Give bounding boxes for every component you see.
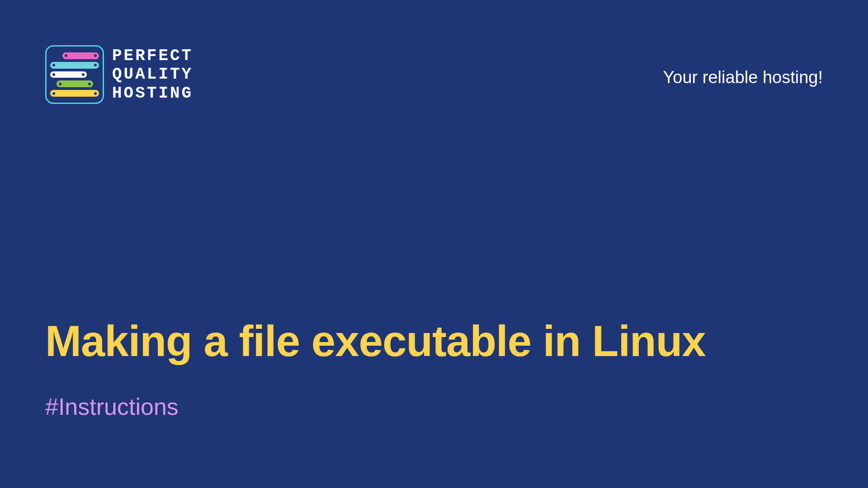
logo-text-line: Perfect (112, 47, 193, 65)
header: Perfect Quality Hosting Your reliable ho… (0, 0, 868, 104)
logo-text-line: Quality (112, 65, 193, 84)
logo-bar (50, 62, 99, 69)
logo: Perfect Quality Hosting (45, 45, 193, 104)
logo-text: Perfect Quality Hosting (112, 47, 193, 103)
main-content: Making a file executable in Linux #Instr… (45, 316, 706, 420)
category-tag: #Instructions (45, 393, 706, 420)
logo-bar (50, 71, 87, 78)
tagline: Your reliable hosting! (663, 68, 823, 87)
logo-bar (50, 90, 99, 97)
logo-icon (45, 45, 104, 104)
logo-bar (62, 52, 99, 59)
logo-bar (57, 80, 93, 87)
page-title: Making a file executable in Linux (45, 316, 706, 366)
logo-text-line: Hosting (112, 84, 193, 103)
